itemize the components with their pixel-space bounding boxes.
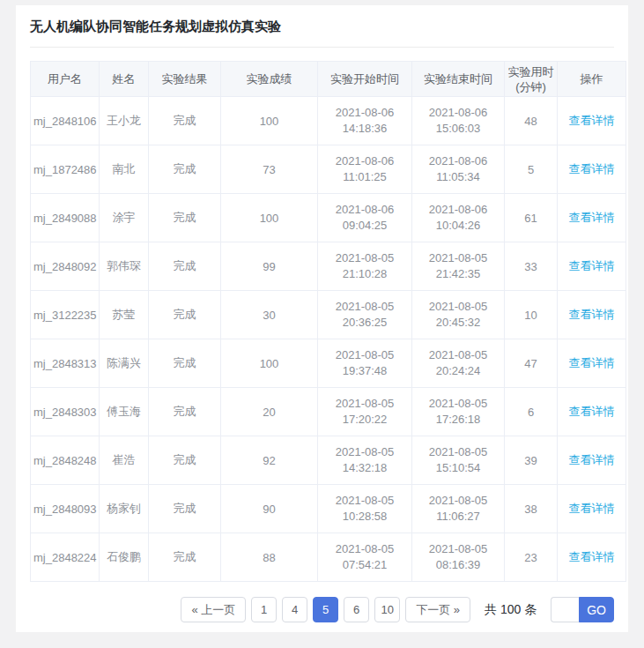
cell-username: mj_3122235	[31, 291, 100, 339]
view-details-link[interactable]: 查看详情	[569, 550, 615, 563]
cell-action: 查看详情	[558, 339, 626, 388]
view-details-link[interactable]: 查看详情	[569, 308, 615, 321]
view-details-link[interactable]: 查看详情	[569, 162, 615, 175]
table-row: mj_2849088 涂宇 完成 100 2021-08-06 09:04:25…	[31, 194, 626, 242]
page-button[interactable]: 1	[251, 597, 277, 622]
column-header: 实验用时(分钟)	[505, 62, 558, 97]
cell-result: 完成	[149, 291, 221, 339]
column-header: 实验开始时间	[318, 62, 412, 97]
table-row: mj_2848224 石俊鹏 完成 88 2021-08-05 07:54:21…	[31, 533, 626, 582]
view-details-link[interactable]: 查看详情	[569, 259, 615, 272]
cell-score: 100	[221, 194, 318, 242]
cell-username: mj_2848106	[31, 97, 100, 145]
cell-score: 100	[221, 339, 318, 388]
cell-score: 99	[221, 242, 318, 291]
cell-duration: 6	[505, 388, 558, 436]
cell-result: 完成	[149, 436, 221, 485]
pagination-bar: « 上一页 145610 下一页 » 共 100 条 GO	[30, 597, 614, 622]
cell-end-time: 2021-08-05 15:10:54	[412, 436, 505, 485]
cell-result: 完成	[149, 242, 221, 291]
cell-name: 石俊鹏	[100, 533, 149, 582]
cell-action: 查看详情	[558, 291, 626, 339]
cell-start-time: 2021-08-05 20:36:25	[318, 291, 412, 339]
cell-start-time: 2021-08-05 17:20:22	[318, 388, 412, 436]
cell-name: 苏莹	[100, 291, 149, 339]
view-details-link[interactable]: 查看详情	[569, 114, 615, 127]
cell-result: 完成	[149, 485, 221, 533]
cell-username: mj_2849088	[31, 194, 100, 242]
table-row: mj_2848106 王小龙 完成 100 2021-08-06 14:18:3…	[31, 97, 626, 145]
cell-score: 92	[221, 436, 318, 485]
cell-action: 查看详情	[558, 194, 626, 242]
prev-page-button[interactable]: « 上一页	[181, 597, 246, 622]
table-row: mj_2848093 杨家钊 完成 90 2021-08-05 10:28:58…	[31, 485, 626, 533]
cell-end-time: 2021-08-05 20:45:32	[412, 291, 505, 339]
cell-end-time: 2021-08-05 21:42:35	[412, 242, 505, 291]
cell-action: 查看详情	[558, 242, 626, 291]
page-title: 无人机编队协同智能任务规划虚拟仿真实验	[30, 5, 614, 35]
column-header: 操作	[558, 62, 626, 97]
cell-result: 完成	[149, 388, 221, 436]
cell-score: 30	[221, 291, 318, 339]
cell-name: 郭伟琛	[100, 242, 149, 291]
table-row: mj_2848248 崔浩 完成 92 2021-08-05 14:32:18 …	[31, 436, 626, 485]
cell-username: mj_2848092	[31, 242, 100, 291]
content-card: 无人机编队协同智能任务规划虚拟仿真实验 用户名姓名实验结果实验成绩实验开始时间实…	[16, 5, 628, 632]
table-row: mj_3122235 苏莹 完成 30 2021-08-05 20:36:25 …	[31, 291, 626, 339]
cell-name: 崔浩	[100, 436, 149, 485]
column-header: 实验结束时间	[412, 62, 505, 97]
cell-duration: 38	[505, 485, 558, 533]
cell-username: mj_2848313	[31, 339, 100, 388]
table-row: mj_1872486 南北 完成 73 2021-08-06 11:01:25 …	[31, 145, 626, 194]
page-button-current[interactable]: 5	[313, 597, 338, 622]
page-button[interactable]: 10	[374, 597, 400, 622]
cell-end-time: 2021-08-05 17:26:18	[412, 388, 505, 436]
table-row: mj_2848092 郭伟琛 完成 99 2021-08-05 21:10:28…	[31, 242, 626, 291]
cell-result: 完成	[149, 339, 221, 388]
cell-action: 查看详情	[558, 145, 626, 194]
cell-end-time: 2021-08-05 20:24:24	[412, 339, 505, 388]
cell-score: 100	[221, 97, 318, 145]
table-row: mj_2848313 陈满兴 完成 100 2021-08-05 19:37:4…	[31, 339, 626, 388]
cell-result: 完成	[149, 97, 221, 145]
cell-action: 查看详情	[558, 388, 626, 436]
cell-duration: 61	[505, 194, 558, 242]
table-header-row: 用户名姓名实验结果实验成绩实验开始时间实验结束时间实验用时(分钟)操作	[31, 62, 626, 97]
cell-name: 王小龙	[100, 97, 149, 145]
view-details-link[interactable]: 查看详情	[569, 453, 615, 466]
cell-start-time: 2021-08-05 10:28:58	[318, 485, 412, 533]
cell-start-time: 2021-08-05 14:32:18	[318, 436, 412, 485]
cell-result: 完成	[149, 533, 221, 582]
column-header: 实验成绩	[221, 62, 318, 97]
cell-start-time: 2021-08-05 07:54:21	[318, 533, 412, 582]
cell-end-time: 2021-08-06 15:06:03	[412, 97, 505, 145]
cell-score: 90	[221, 485, 318, 533]
table-row: mj_2848303 傅玉海 完成 20 2021-08-05 17:20:22…	[31, 388, 626, 436]
cell-username: mj_2848224	[31, 533, 100, 582]
view-details-link[interactable]: 查看详情	[569, 405, 615, 418]
title-divider	[30, 47, 614, 48]
cell-username: mj_1872486	[31, 145, 100, 194]
page-number-input[interactable]	[551, 597, 579, 622]
next-page-button[interactable]: 下一页 »	[405, 597, 470, 622]
view-details-link[interactable]: 查看详情	[569, 211, 615, 224]
view-details-link[interactable]: 查看详情	[569, 356, 615, 369]
results-table: 用户名姓名实验结果实验成绩实验开始时间实验结束时间实验用时(分钟)操作 mj_2…	[30, 61, 626, 582]
cell-duration: 23	[505, 533, 558, 582]
cell-username: mj_2848303	[31, 388, 100, 436]
cell-name: 陈满兴	[100, 339, 149, 388]
page-button[interactable]: 6	[344, 597, 369, 622]
cell-end-time: 2021-08-06 11:05:34	[412, 145, 505, 194]
cell-start-time: 2021-08-05 21:10:28	[318, 242, 412, 291]
goto-page-group: GO	[551, 597, 614, 622]
view-details-link[interactable]: 查看详情	[569, 502, 615, 515]
page-button[interactable]: 4	[282, 597, 307, 622]
total-count-label: 共 100 条	[485, 602, 537, 618]
cell-result: 完成	[149, 145, 221, 194]
go-button[interactable]: GO	[579, 597, 614, 622]
cell-name: 涂宇	[100, 194, 149, 242]
cell-duration: 10	[505, 291, 558, 339]
cell-duration: 47	[505, 339, 558, 388]
cell-result: 完成	[149, 194, 221, 242]
cell-start-time: 2021-08-06 14:18:36	[318, 97, 412, 145]
